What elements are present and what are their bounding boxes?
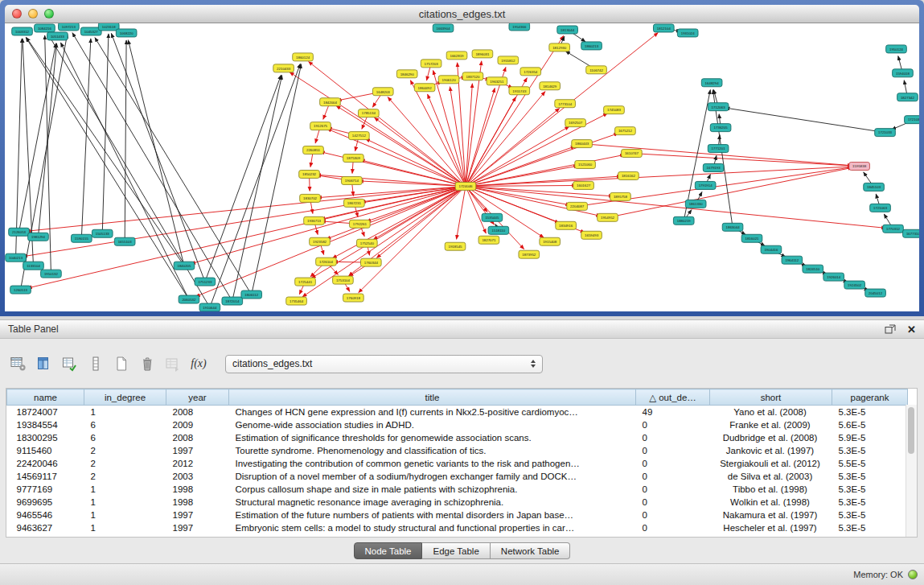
table-cell[interactable]: 9699695: [7, 496, 84, 509]
network-node[interactable]: 1904416: [761, 245, 782, 253]
network-node[interactable]: 1792261: [350, 220, 371, 228]
table-cell[interactable]: 0: [636, 496, 710, 509]
network-node[interactable]: 1845103: [864, 183, 885, 191]
network-node[interactable]: 1931024: [677, 29, 698, 37]
network-node[interactable]: 1954366: [509, 23, 530, 31]
table-cell[interactable]: 9465546: [7, 509, 84, 521]
network-node[interactable]: 1785134: [359, 109, 380, 117]
network-node[interactable]: 1745083: [604, 106, 625, 114]
table-cell[interactable]: Embryonic stem cells: a model to study s…: [229, 521, 636, 534]
network-node[interactable]: 1950124: [886, 45, 907, 53]
network-node[interactable]: 1773104: [555, 100, 576, 108]
table-cell[interactable]: 49: [636, 406, 710, 419]
network-node[interactable]: 1751233: [195, 278, 216, 286]
column-header-pagerank[interactable]: pagerank: [832, 389, 908, 406]
network-node[interactable]: 1721030: [905, 116, 919, 124]
network-node[interactable]: 1846290: [396, 70, 417, 78]
table-row[interactable]: 969969511998Structural magnetic resonanc…: [7, 496, 908, 509]
network-node[interactable]: 1753104: [333, 276, 354, 284]
float-panel-icon[interactable]: [885, 324, 896, 334]
network-graph[interactable]: 1724046184629017572031662819189603119558…: [5, 23, 919, 311]
table-row[interactable]: 977716911998Corpus callosum shape and si…: [7, 483, 908, 496]
table-mode-icon[interactable]: [8, 353, 29, 374]
network-node[interactable]: 1880219: [673, 216, 694, 225]
table-cell[interactable]: de Silva et al. (2003): [710, 470, 832, 483]
table-cell[interactable]: 1998: [166, 496, 229, 509]
network-node[interactable]: 1736205: [710, 124, 731, 132]
table-cell[interactable]: 5.9E-5: [832, 431, 908, 444]
table-cell[interactable]: 1: [84, 509, 166, 521]
network-node[interactable]: 1830702: [300, 194, 321, 202]
table-cell[interactable]: 6: [84, 431, 166, 444]
table-cell[interactable]: 0: [636, 418, 710, 431]
column-header-short[interactable]: short: [710, 389, 832, 406]
import-table-icon[interactable]: [162, 353, 183, 374]
network-node[interactable]: 1812930: [549, 43, 570, 51]
table-cell[interactable]: 5.3E-5: [832, 470, 908, 483]
table-cell[interactable]: 5.3E-5: [832, 521, 908, 534]
close-panel-icon[interactable]: ✕: [907, 324, 916, 335]
network-node[interactable]: 1679193: [703, 164, 724, 172]
table-cell[interactable]: 1998: [166, 483, 229, 496]
network-node[interactable]: 1850232: [299, 170, 320, 178]
table-cell[interactable]: 5.3E-5: [832, 496, 908, 509]
table-cell[interactable]: Yano et al. (2008): [710, 406, 832, 419]
network-node[interactable]: 1594018: [893, 69, 914, 77]
network-node[interactable]: 1721063: [870, 204, 891, 212]
network-node[interactable]: 1260513: [10, 286, 31, 294]
table-row[interactable]: 946362711997Embryonic stem cells: a mode…: [7, 521, 908, 534]
table-cell[interactable]: Structural magnetic resonance image aver…: [229, 496, 636, 509]
table-cell[interactable]: 9463627: [7, 521, 84, 534]
table-cell[interactable]: 2008: [166, 406, 229, 419]
table-cell[interactable]: 9115460: [7, 444, 84, 457]
table-cell[interactable]: Corpus callosum shape and size in male p…: [229, 483, 636, 496]
table-cell[interactable]: Estimation of significance thresholds fo…: [229, 431, 636, 444]
delete-columns-icon[interactable]: [137, 353, 158, 374]
column-header-out-de[interactable]: △ out_de…: [636, 389, 710, 406]
table-row[interactable]: 946554611997Estimation of the future num…: [7, 509, 908, 521]
table-cell[interactable]: 1: [84, 406, 166, 419]
network-node[interactable]: 1726354: [520, 68, 541, 76]
table-cell[interactable]: 1997: [166, 521, 229, 534]
network-node[interactable]: 1655103: [114, 237, 135, 245]
network-canvas[interactable]: 1724046184629017572031662819189603119558…: [5, 23, 919, 311]
network-node[interactable]: 1872014: [222, 297, 243, 305]
network-node[interactable]: 1724046: [455, 182, 476, 190]
network-node[interactable]: 2045012: [865, 289, 886, 297]
network-node[interactable]: 1910644: [199, 303, 220, 311]
network-node[interactable]: 1915408: [540, 237, 561, 245]
network-node[interactable]: 1648294: [701, 79, 722, 87]
table-cell[interactable]: 2008: [166, 431, 229, 444]
network-node[interactable]: 1923582: [310, 237, 331, 245]
table-cell[interactable]: Genome-wide association studies in ADHD.: [229, 418, 636, 431]
network-node[interactable]: 1427512: [349, 132, 370, 140]
network-node[interactable]: 1752540: [357, 239, 378, 247]
table-cell[interactable]: 2012: [166, 457, 229, 470]
table-cell[interactable]: 0: [636, 457, 710, 470]
tab-network-table[interactable]: Network Table: [491, 542, 571, 559]
table-scrollbar-thumb[interactable]: [908, 407, 914, 454]
table-cell[interactable]: 0: [636, 470, 710, 483]
table-row[interactable]: 1456911722003Disruption of a novel membe…: [7, 470, 908, 483]
network-node[interactable]: 2126053: [9, 228, 30, 236]
network-node[interactable]: 1896031: [472, 50, 493, 58]
network-node[interactable]: 1842004: [320, 98, 341, 106]
network-node[interactable]: 1875309: [343, 154, 364, 163]
network-node[interactable]: 1677310: [903, 229, 919, 237]
table-cell[interactable]: 5.6E-5: [832, 418, 908, 431]
create-column-icon[interactable]: [111, 353, 132, 374]
column-header-year[interactable]: year: [166, 389, 229, 406]
network-node[interactable]: 1816162: [618, 171, 639, 179]
network-node[interactable]: 1726104: [316, 257, 337, 266]
network-node[interactable]: 1906714: [342, 176, 363, 184]
network-node[interactable]: 1518110: [488, 226, 509, 234]
network-node[interactable]: 1806112: [241, 290, 262, 299]
table-cell[interactable]: Tibbo et al. (1998): [710, 483, 832, 496]
table-cell[interactable]: Jankovic et al. (1997): [710, 444, 832, 457]
network-node[interactable]: 1721033: [875, 129, 896, 137]
table-cell[interactable]: 9777169: [7, 483, 84, 496]
network-node[interactable]: 2210433: [273, 64, 294, 72]
network-node[interactable]: 1735464: [286, 297, 307, 305]
table-cell[interactable]: 5.3E-5: [832, 483, 908, 496]
network-node[interactable]: 1675212: [615, 127, 636, 135]
